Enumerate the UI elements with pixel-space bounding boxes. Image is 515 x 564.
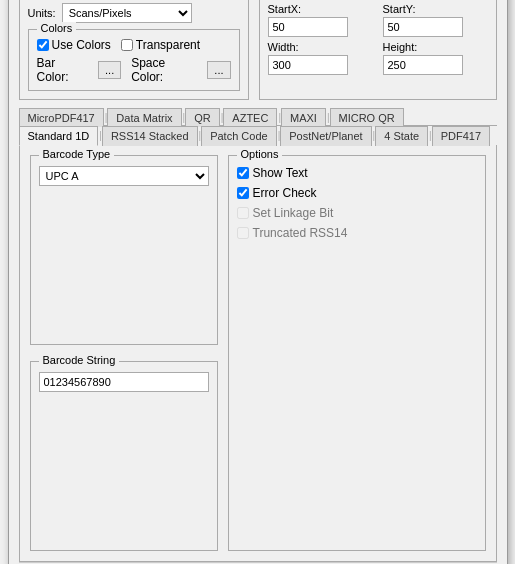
tab-patchcode[interactable]: Patch Code: [201, 126, 276, 146]
use-colors-label: Use Colors: [52, 38, 111, 52]
tab-pdf417[interactable]: PDF417: [432, 126, 490, 146]
options-group: Options Show Text Error Check Set Linkag…: [228, 155, 486, 551]
tab-postnet[interactable]: PostNet/Planet: [280, 126, 371, 146]
bar-color-button[interactable]: ...: [98, 61, 121, 79]
error-check-row: Error Check: [237, 186, 477, 200]
startx-input[interactable]: 50: [268, 17, 348, 37]
tab-4state[interactable]: 4 State: [375, 126, 428, 146]
barcode-string-label: Barcode String: [39, 354, 120, 366]
tabs-section: MicroPDF417 | Data Matrix | QR | AZTEC |…: [19, 108, 497, 145]
general-group: General Units: Scans/Pixels Colors Use C…: [19, 0, 249, 100]
colors-label: Colors: [37, 22, 77, 34]
tab-maxi[interactable]: MAXI: [281, 108, 326, 127]
barcode-type-group: Barcode Type UPC A: [30, 155, 218, 345]
transparent-wrapper: Transparent: [121, 38, 200, 52]
use-colors-wrapper: Use Colors: [37, 38, 111, 52]
set-linkage-label: Set Linkage Bit: [253, 206, 334, 220]
space-color-button[interactable]: ...: [207, 61, 230, 79]
units-label: Units:: [28, 7, 56, 19]
show-text-label: Show Text: [253, 166, 308, 180]
colors-row1: Use Colors Transparent: [37, 38, 231, 52]
top-section: General Units: Scans/Pixels Colors Use C…: [19, 0, 497, 100]
tab-datamatrix[interactable]: Data Matrix: [107, 108, 181, 127]
truncated-label: Truncated RSS14: [253, 226, 348, 240]
transparent-label: Transparent: [136, 38, 200, 52]
units-select[interactable]: Scans/Pixels: [62, 3, 192, 23]
options-label: Options: [237, 148, 283, 160]
width-input[interactable]: 300: [268, 55, 348, 75]
location-group: Location StartX: 50 StartY: 50 Width: 30…: [259, 0, 497, 100]
tab-content-area: Barcode Type UPC A Barcode String Option…: [19, 145, 497, 562]
barcode-string-input[interactable]: [39, 372, 209, 392]
starty-field: StartY: 50: [383, 3, 488, 37]
truncated-checkbox: [237, 227, 249, 239]
bar-color-label: Bar Color:: [37, 56, 89, 84]
starty-input[interactable]: 50: [383, 17, 463, 37]
startx-label: StartX:: [268, 3, 373, 15]
tab-micropdf417[interactable]: MicroPDF417: [19, 108, 104, 127]
transparent-checkbox[interactable]: [121, 39, 133, 51]
tab-qr[interactable]: QR: [185, 108, 220, 127]
tab-microqr[interactable]: MICRO QR: [330, 108, 404, 127]
height-field: Height: 250: [383, 41, 488, 75]
truncated-row: Truncated RSS14: [237, 226, 477, 240]
use-colors-checkbox[interactable]: [37, 39, 49, 51]
content-inner: Barcode Type UPC A Barcode String Option…: [30, 155, 486, 551]
barcode-type-select[interactable]: UPC A: [39, 166, 209, 186]
set-linkage-checkbox: [237, 207, 249, 219]
show-text-checkbox[interactable]: [237, 167, 249, 179]
startx-field: StartX: 50: [268, 3, 373, 37]
error-check-label: Error Check: [253, 186, 317, 200]
location-grid: StartX: 50 StartY: 50 Width: 300 Height:…: [268, 3, 488, 75]
left-column: Barcode Type UPC A Barcode String: [30, 155, 218, 551]
barcode-string-group: Barcode String: [30, 361, 218, 551]
tab-rss14stacked[interactable]: RSS14 Stacked: [102, 126, 198, 146]
height-label: Height:: [383, 41, 488, 53]
tab-row-1: MicroPDF417 | Data Matrix | QR | AZTEC |…: [19, 108, 497, 126]
width-field: Width: 300: [268, 41, 373, 75]
height-input[interactable]: 250: [383, 55, 463, 75]
tab-row-2: Standard 1D | RSS14 Stacked | Patch Code…: [19, 125, 497, 145]
tab-standard1d[interactable]: Standard 1D: [19, 126, 99, 146]
colors-row2: Bar Color: ... Space Color: ...: [37, 56, 231, 84]
show-text-row: Show Text: [237, 166, 477, 180]
space-color-label: Space Color:: [131, 56, 197, 84]
barcode-type-label: Barcode Type: [39, 148, 115, 160]
tab-aztec[interactable]: AZTEC: [223, 108, 277, 127]
set-linkage-row: Set Linkage Bit: [237, 206, 477, 220]
window-body: General Units: Scans/Pixels Colors Use C…: [9, 0, 507, 564]
error-check-checkbox[interactable]: [237, 187, 249, 199]
units-row: Units: Scans/Pixels: [28, 3, 240, 23]
starty-label: StartY:: [383, 3, 488, 15]
colors-group: Colors Use Colors Transparent Bar Color:: [28, 29, 240, 91]
main-window: Barcode Write Options ✕ General Units: S…: [8, 0, 508, 564]
width-label: Width:: [268, 41, 373, 53]
